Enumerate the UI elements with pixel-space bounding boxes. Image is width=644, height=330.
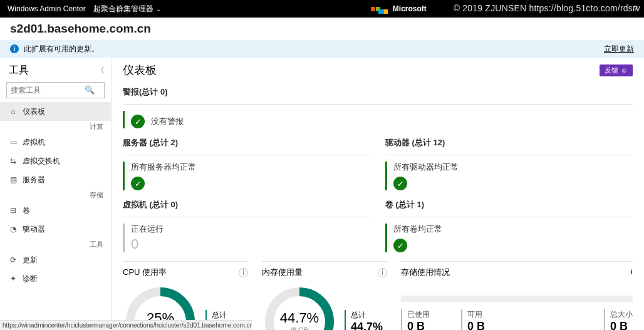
storage-bar bbox=[401, 296, 633, 302]
chevron-down-icon: ⌄ bbox=[156, 6, 161, 13]
main: 仪表板 反馈 ☺ 警报(总计 0) ✓ 没有警报 服务器 (总计 2) bbox=[112, 58, 644, 330]
alerts-title: 警报(总计 0) bbox=[123, 86, 633, 98]
sidebar-item-servers[interactable]: ▤服务器 bbox=[0, 170, 111, 189]
smiley-icon: ☺ bbox=[621, 66, 628, 74]
brand: Microsoft bbox=[161, 4, 636, 14]
volumes-status: 所有卷均正常 bbox=[393, 224, 442, 235]
servers-title: 服务器 (总计 2) bbox=[123, 137, 370, 148]
info-icon[interactable]: i bbox=[378, 268, 387, 277]
sidebar-item-vms[interactable]: ▭虚拟机 bbox=[0, 133, 111, 152]
nav-group-compute: 计算 bbox=[0, 121, 111, 133]
vms-running-count: 0 bbox=[131, 236, 164, 252]
info-icon[interactable]: i bbox=[239, 268, 248, 277]
sidebar: 工具 〈 🔍 ⌂仪表板 计算 ▭虚拟机 ⇆虚拟交换机 ▤服务器 存储 ⊟卷 ◔驱… bbox=[0, 58, 112, 330]
check-icon: ✓ bbox=[393, 177, 407, 190]
alerts-status: 没有警报 bbox=[151, 116, 184, 127]
nav-group-storage: 存储 bbox=[0, 189, 111, 201]
info-icon[interactable]: i bbox=[631, 267, 633, 278]
mem-card: 内存使用量i 44.7%/8 GB 总计44.7% bbox=[262, 261, 387, 330]
collapse-icon[interactable]: 〈 bbox=[96, 65, 105, 76]
nav: ⌂仪表板 计算 ▭虚拟机 ⇆虚拟交换机 ▤服务器 存储 ⊟卷 ◔驱动器 工具 ⟳… bbox=[0, 102, 111, 288]
microsoft-logo-icon2 bbox=[378, 9, 388, 14]
check-icon: ✓ bbox=[131, 177, 145, 190]
volume-icon: ⊟ bbox=[9, 206, 18, 215]
switch-icon: ⇆ bbox=[9, 157, 18, 165]
update-icon: ⟳ bbox=[9, 255, 18, 264]
mem-donut: 44.7%/8 GB bbox=[262, 284, 337, 330]
search-input[interactable] bbox=[6, 82, 105, 98]
solution-dropdown[interactable]: 超聚合群集管理器⌄ bbox=[93, 4, 161, 14]
storage-card: 存储使用情况i 已使用0 B 可用0 B 总大小0 B bbox=[401, 261, 633, 330]
check-icon: ✓ bbox=[393, 239, 407, 252]
sidebar-item-updates[interactable]: ⟳更新 bbox=[0, 250, 111, 269]
help-icon[interactable]: ? bbox=[633, 4, 638, 13]
drive-icon: ◔ bbox=[9, 225, 18, 234]
volumes-title: 卷 (总计 1) bbox=[385, 199, 633, 210]
sidebar-item-drives[interactable]: ◔驱动器 bbox=[0, 220, 111, 239]
notification-action[interactable]: 立即更新 bbox=[604, 44, 634, 54]
notification-bar: i 此扩展有可用的更新。 立即更新 bbox=[0, 40, 644, 58]
servers-status: 所有服务器均正常 bbox=[131, 162, 196, 173]
check-icon: ✓ bbox=[131, 115, 145, 128]
info-icon: i bbox=[10, 44, 19, 53]
vms-running-label: 正在运行 bbox=[131, 224, 164, 235]
sidebar-item-dashboard[interactable]: ⌂仪表板 bbox=[0, 102, 111, 121]
sidebar-item-volumes[interactable]: ⊟卷 bbox=[0, 201, 111, 220]
diagnose-icon: ✦ bbox=[9, 274, 18, 283]
vms-title: 虚拟机 (总计 0) bbox=[123, 199, 370, 210]
drives-status: 所有驱动器均正常 bbox=[393, 162, 459, 173]
home-icon: ⌂ bbox=[9, 107, 18, 116]
server-icon: ▤ bbox=[9, 175, 18, 184]
nav-group-tools: 工具 bbox=[0, 239, 111, 250]
cluster-name: s2d01.basehome.com.cn bbox=[0, 18, 644, 40]
status-bar: https://winadmincenter/hciclustermanager… bbox=[0, 320, 252, 330]
notification-text: 此扩展有可用的更新。 bbox=[24, 44, 99, 54]
sidebar-title: 工具 bbox=[9, 64, 29, 77]
vm-icon: ▭ bbox=[9, 138, 18, 147]
topbar: Windows Admin Center 超聚合群集管理器⌄ Microsoft bbox=[0, 0, 644, 18]
feedback-button[interactable]: 反馈 ☺ bbox=[600, 64, 633, 76]
drives-title: 驱动器 (总计 12) bbox=[385, 137, 633, 148]
page-title: 仪表板 bbox=[123, 63, 157, 78]
sidebar-item-vswitch[interactable]: ⇆虚拟交换机 bbox=[0, 152, 111, 170]
app-title[interactable]: Windows Admin Center bbox=[8, 4, 86, 13]
sidebar-item-diagnose[interactable]: ✦诊断 bbox=[0, 269, 111, 288]
